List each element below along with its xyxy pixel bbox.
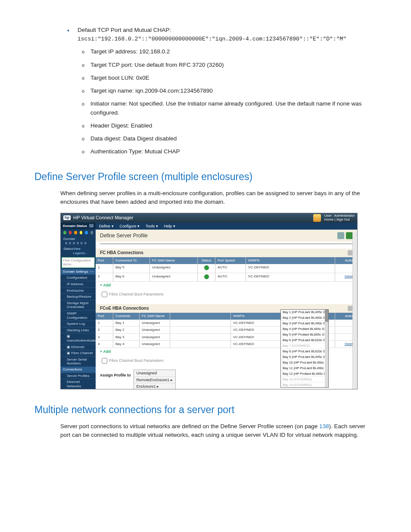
user-block[interactable]: User : Administrator Home | Sign Out bbox=[324, 214, 355, 222]
bay-option[interactable]: Bay 4 (HP Proliant BL465c G7) bbox=[281, 327, 328, 332]
sidebar-item[interactable]: SNMP Configuration bbox=[61, 310, 96, 320]
menu-item[interactable]: Tools ▾ bbox=[146, 224, 158, 229]
menu-item[interactable]: Help ▾ bbox=[164, 224, 175, 229]
sidebar-domain-settings-header[interactable]: Domain Settings▫ ▫ bbox=[61, 269, 96, 275]
bay-option[interactable]: Bay 8 (HP ProLiant BL620c G7) bbox=[281, 349, 328, 355]
main-scrollbar[interactable] bbox=[352, 232, 357, 389]
view-legend-link[interactable]: View Legend... bbox=[73, 247, 93, 255]
screenshot-vc-manager: hp HP Virtual Connect Manager User : Adm… bbox=[60, 213, 358, 389]
status-label: StatusView Legend... bbox=[61, 246, 96, 256]
sub-bullet: Target TCP port: Use default from RFC 37… bbox=[78, 61, 377, 69]
bay-option[interactable]: Bay 5 (HP Proliant BL685c G7) bbox=[281, 332, 328, 338]
fc-hba-table: Port Connected To FC SAN Name Status Por… bbox=[96, 257, 357, 300]
hp-logo-icon: hp bbox=[63, 215, 71, 220]
sub-bullet: Initiator name: Not specified. Use the I… bbox=[78, 100, 377, 117]
assign-option[interactable]: RemoteEnclosure1 ▸ bbox=[134, 377, 175, 384]
assign-option[interactable]: Enclosure1 ▸ bbox=[134, 383, 175, 389]
heading-define-server-profile: Define Server Profile screen (multiple e… bbox=[34, 169, 377, 184]
fc-add-button[interactable]: Add bbox=[96, 282, 357, 289]
bay-option[interactable]: Bay 9 (HP ProLiant BL495c G5) bbox=[281, 355, 328, 360]
sidebar-fibre[interactable]: ▣ Fibre Channel bbox=[61, 350, 96, 356]
bay-option[interactable]: Bay 11 (HP ProLiant BL490c G7) bbox=[281, 366, 328, 371]
bay-option: Bay 13 (COVERED) bbox=[281, 377, 328, 383]
search-input[interactable]: Find Configuration Items... bbox=[62, 257, 95, 268]
print-icon[interactable] bbox=[337, 232, 344, 239]
sidebar-item[interactable]: Storage Mgmt Credentials bbox=[61, 300, 96, 310]
sidebar-connections-header[interactable]: Connections bbox=[61, 367, 96, 373]
scrollbar-thumb[interactable] bbox=[325, 310, 328, 322]
bay-option: Bay 14 (COVERED) bbox=[281, 383, 328, 388]
menu-item[interactable]: Define ▾ bbox=[99, 224, 114, 229]
app-titlebar: hp HP Virtual Connect Manager User : Adm… bbox=[61, 213, 357, 223]
status-ok-icon bbox=[204, 274, 209, 279]
page-title-bar: Define Server Profile bbox=[96, 230, 357, 242]
sidebar-item[interactable]: IP Address bbox=[61, 281, 96, 287]
sidebar-item[interactable]: Configuration bbox=[61, 274, 96, 281]
sidebar: Domain Status Domain 0 0 0 0 0 0 StatusV… bbox=[61, 223, 96, 389]
page-link-138[interactable]: 138 bbox=[319, 423, 329, 429]
sub-bullet: Authentication Type: Mutual CHAP bbox=[78, 147, 377, 156]
code-block: iscsi:"192.168.0.2"::"000000000000000E":… bbox=[78, 35, 377, 43]
sidebar-item[interactable]: Server Profiles bbox=[61, 373, 96, 379]
heading-multiple-network: Multiple network connections for a serve… bbox=[34, 402, 377, 417]
profile-name-input[interactable] bbox=[100, 243, 353, 244]
bay-selection-dropdown[interactable]: Bay 1 (HP ProLiant BL495c G5)Bay 2 (HP P… bbox=[280, 309, 329, 388]
sidebar-domain-status-header[interactable]: Domain Status bbox=[61, 223, 96, 230]
sidebar-item[interactable]: Stacking Links bbox=[61, 327, 96, 333]
sidebar-item[interactable]: Enclosures bbox=[61, 287, 96, 294]
sub-bullet: Header Digest: Enabled bbox=[78, 121, 377, 130]
bullet-main: Default TCP Port and Mutual CHAP: bbox=[60, 26, 377, 34]
sidebar-item[interactable]: Backup/Restore bbox=[61, 293, 96, 300]
fc-bootparams-check[interactable]: Fibre Channel Boot Parameters bbox=[96, 289, 357, 300]
sub-bullet: Target iqn name: iqn.2009-04.com:1234567… bbox=[78, 87, 377, 95]
sidebar-item[interactable]: System Log bbox=[61, 320, 96, 327]
bay-option[interactable]: Bay 3 (HP ProLiant BL490c G7) bbox=[281, 321, 328, 327]
status-ok-icon bbox=[204, 265, 209, 270]
bay-option[interactable]: Bay 10 (HP ProLiant BL460c G6) bbox=[281, 360, 328, 366]
menubar[interactable]: Define ▾Configure ▾Tools ▾Help ▾ bbox=[96, 223, 357, 230]
fc-hba-header[interactable]: FC HBA Connections bbox=[96, 249, 357, 257]
sidebar-ethernet[interactable]: ▣ Ethernet bbox=[61, 344, 96, 350]
bay-option[interactable]: Bay 2 (HP ProLiant BL460c G6) bbox=[281, 315, 328, 321]
assign-profile-dropdown[interactable]: UnassignedRemoteEnclosure1 ▸Enclosure1 ▸… bbox=[134, 370, 176, 389]
sub-bullet: Data digest: Data Digest disabled bbox=[78, 134, 377, 143]
badge-icon bbox=[313, 214, 321, 222]
app-title: HP Virtual Connect Manager bbox=[73, 215, 134, 221]
assign-option[interactable]: Unassigned bbox=[134, 370, 175, 377]
bay-option[interactable]: Bay 6 (HP ProLiant BL620c G7) bbox=[281, 338, 328, 343]
sidebar-item[interactable]: Ethernet Networks bbox=[61, 379, 96, 389]
assign-profile-label: Assign Profile to bbox=[100, 370, 131, 378]
bay-option: Bay 7 (COVERED) bbox=[281, 343, 328, 349]
table-row[interactable]: 1Bay 5UnassignedAUTOVC-DEFINED bbox=[96, 264, 357, 273]
status-icons-row bbox=[61, 229, 96, 236]
domain-label: Domain 0 0 0 0 0 0 bbox=[61, 236, 96, 246]
sub-bullet: Target IP address: 192.168.0.2 bbox=[78, 47, 377, 56]
sidebar-serials[interactable]: Server Serial Numbers bbox=[61, 356, 96, 367]
bay-option[interactable]: Bay 12 (HP Proliant BL465c G7) bbox=[281, 371, 328, 377]
minimize-icon[interactable] bbox=[89, 224, 93, 227]
sub-bullet: Target boot LUN: 0x0E bbox=[78, 74, 377, 82]
table-row[interactable]: 2Bay 6UnassignedAUTOVC-DEFINEDDelete bbox=[96, 273, 357, 282]
paragraph-a: When defining server profiles in a multi… bbox=[60, 189, 377, 207]
help-icon[interactable] bbox=[346, 232, 353, 239]
menu-item[interactable]: Configure ▾ bbox=[120, 224, 140, 229]
paragraph-b: Server port connections to virtual netwo… bbox=[60, 422, 377, 440]
page-title: Define Server Profile bbox=[100, 233, 148, 239]
bay-option[interactable]: Bay 1 (HP ProLiant BL495c G5) bbox=[281, 310, 328, 315]
sidebar-users-auth[interactable]: ▣ Users/Authentication bbox=[61, 333, 96, 343]
main-content: Define ▾Configure ▾Tools ▾Help ▾ Define … bbox=[96, 223, 357, 389]
